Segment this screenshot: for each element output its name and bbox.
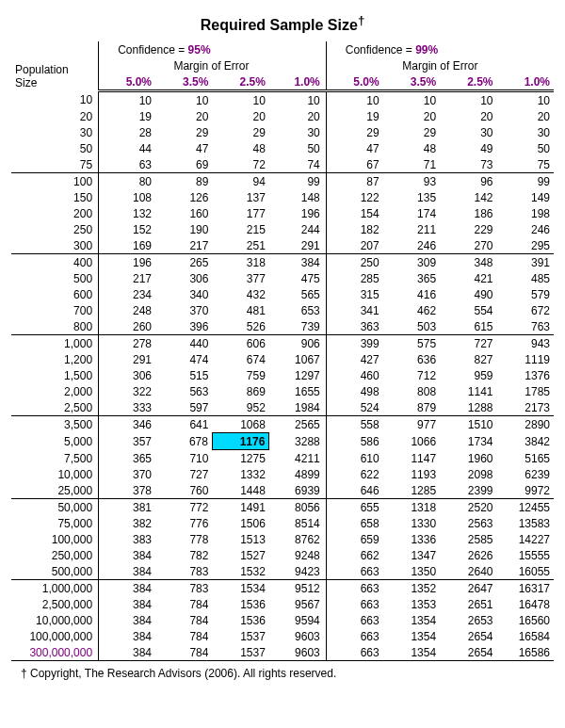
value-cell: 9594 xyxy=(269,612,326,628)
value-cell: 391 xyxy=(496,254,554,271)
value-cell: 710 xyxy=(155,450,212,467)
value-cell: 270 xyxy=(440,237,496,254)
value-cell: 1527 xyxy=(212,547,268,563)
population-size-label: Population Size xyxy=(11,57,99,91)
margin-label-95: Margin of Error xyxy=(99,57,327,73)
value-cell: 399 xyxy=(326,335,382,352)
value-cell: 1275 xyxy=(212,450,268,467)
table-body: 1010101010101010102019202020192020203028… xyxy=(11,91,554,661)
value-cell: 122 xyxy=(326,189,382,205)
value-cell: 94 xyxy=(212,173,268,190)
table-row: 302829293029293030 xyxy=(11,124,554,140)
value-cell: 1448 xyxy=(212,482,268,499)
value-cell: 784 xyxy=(155,644,212,661)
value-cell: 6939 xyxy=(269,482,326,499)
population-cell: 30 xyxy=(11,124,99,140)
value-cell: 1655 xyxy=(269,383,326,399)
table-row: 200132160177196154174186198 xyxy=(11,205,554,221)
value-cell: 485 xyxy=(496,270,554,286)
value-cell: 384 xyxy=(99,612,155,628)
value-cell: 340 xyxy=(155,286,212,302)
value-cell: 663 xyxy=(326,628,382,644)
table-row: 250,000384782152792486621347262615555 xyxy=(11,547,554,563)
value-cell: 16584 xyxy=(496,628,554,644)
value-cell: 2626 xyxy=(440,547,496,563)
value-cell: 346 xyxy=(99,416,155,433)
value-cell: 2654 xyxy=(440,644,496,661)
table-header: Confidence = 95% Confidence = 99% Popula… xyxy=(11,41,554,91)
value-cell: 8762 xyxy=(269,531,326,547)
value-cell: 20 xyxy=(155,108,212,124)
table-row: 50,000381772149180566551318252012455 xyxy=(11,499,554,516)
value-cell: 383 xyxy=(99,531,155,547)
value-cell: 285 xyxy=(326,270,382,286)
value-cell: 250 xyxy=(326,254,382,271)
value-cell: 879 xyxy=(383,399,440,416)
value-cell: 48 xyxy=(383,140,440,156)
value-cell: 763 xyxy=(496,318,554,335)
value-cell: 93 xyxy=(383,173,440,190)
value-cell: 4899 xyxy=(269,466,326,482)
value-cell: 196 xyxy=(269,205,326,221)
value-cell: 1785 xyxy=(496,383,554,399)
value-cell: 783 xyxy=(155,580,212,597)
value-cell: 10 xyxy=(155,91,212,109)
table-row: 75,000382776150685146581330256313583 xyxy=(11,515,554,531)
value-cell: 19 xyxy=(326,108,382,124)
table-row: 25,00037876014486939646128523999972 xyxy=(11,482,554,499)
value-cell: 309 xyxy=(383,254,440,271)
value-cell: 198 xyxy=(496,205,554,221)
value-cell: 678 xyxy=(155,433,212,450)
value-cell: 370 xyxy=(155,302,212,318)
table-row: 10,000,000384784153695946631354265316560 xyxy=(11,612,554,628)
value-cell: 99 xyxy=(496,173,554,190)
value-cell: 1288 xyxy=(440,399,496,416)
value-cell: 2173 xyxy=(496,399,554,416)
value-cell: 13583 xyxy=(496,515,554,531)
population-cell: 600 xyxy=(11,286,99,302)
title-text: Required Sample Size xyxy=(201,17,358,33)
population-cell: 2,500 xyxy=(11,399,99,416)
table-row: 756369727467717375 xyxy=(11,156,554,173)
value-cell: 370 xyxy=(99,466,155,482)
table-row: 700248370481653341462554672 xyxy=(11,302,554,318)
value-cell: 622 xyxy=(326,466,382,482)
value-cell: 211 xyxy=(383,221,440,237)
value-cell: 260 xyxy=(99,318,155,335)
population-cell: 75 xyxy=(11,156,99,173)
value-cell: 19 xyxy=(99,108,155,124)
value-cell: 1536 xyxy=(212,612,268,628)
table-row: 101010101010101010 xyxy=(11,91,554,109)
value-cell: 9423 xyxy=(269,563,326,580)
value-cell: 149 xyxy=(496,189,554,205)
population-cell: 20 xyxy=(11,108,99,124)
value-cell: 87 xyxy=(326,173,382,190)
value-cell: 565 xyxy=(269,286,326,302)
value-cell: 1193 xyxy=(383,466,440,482)
value-cell: 1068 xyxy=(212,416,268,433)
value-cell: 1119 xyxy=(496,351,554,367)
value-cell: 2563 xyxy=(440,515,496,531)
value-cell: 50 xyxy=(269,140,326,156)
value-cell: 137 xyxy=(212,189,268,205)
value-cell: 16560 xyxy=(496,612,554,628)
population-cell: 100 xyxy=(11,173,99,190)
value-cell: 906 xyxy=(269,335,326,352)
value-cell: 9567 xyxy=(269,596,326,612)
value-cell: 382 xyxy=(99,515,155,531)
value-cell: 2098 xyxy=(440,466,496,482)
table-row: 300169217251291207246270295 xyxy=(11,237,554,254)
value-cell: 182 xyxy=(326,221,382,237)
value-cell: 1318 xyxy=(383,499,440,516)
value-cell: 1506 xyxy=(212,515,268,531)
value-cell: 132 xyxy=(99,205,155,221)
value-cell: 9972 xyxy=(496,482,554,499)
value-cell: 16478 xyxy=(496,596,554,612)
value-cell: 152 xyxy=(99,221,155,237)
value-cell: 28 xyxy=(99,124,155,140)
value-cell: 215 xyxy=(212,221,268,237)
value-cell: 460 xyxy=(326,367,382,383)
value-cell: 3288 xyxy=(269,433,326,450)
value-cell: 75 xyxy=(496,156,554,173)
value-cell: 1147 xyxy=(383,450,440,467)
